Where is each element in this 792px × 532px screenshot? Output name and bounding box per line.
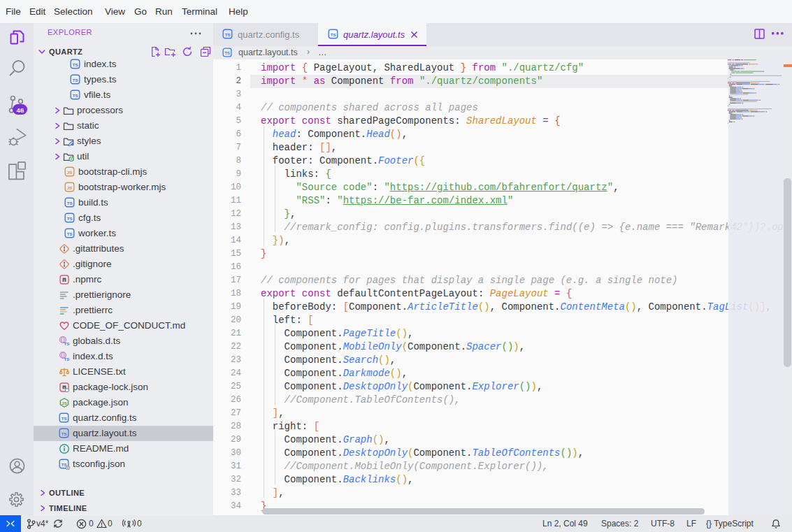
svg-text:TS: TS	[67, 216, 73, 221]
svg-text:TS: TS	[62, 416, 67, 421]
svg-text:TS: TS	[67, 201, 73, 206]
svg-text:TS: TS	[62, 431, 67, 436]
svg-text:TS: TS	[225, 32, 231, 37]
svg-text:TS: TS	[73, 62, 78, 67]
svg-text:JS: JS	[67, 185, 73, 190]
svg-text:TS: TS	[73, 93, 78, 98]
svg-text:TS: TS	[62, 462, 67, 467]
svg-text:TS: TS	[64, 342, 70, 346]
svg-text:JS: JS	[67, 170, 73, 175]
svg-text:TS: TS	[224, 51, 230, 55]
svg-text:JS: JS	[62, 401, 66, 405]
svg-text:TS: TS	[67, 231, 73, 236]
svg-text:TS: TS	[331, 32, 336, 37]
svg-text:TS: TS	[64, 357, 70, 361]
svg-text:TS: TS	[73, 78, 78, 82]
